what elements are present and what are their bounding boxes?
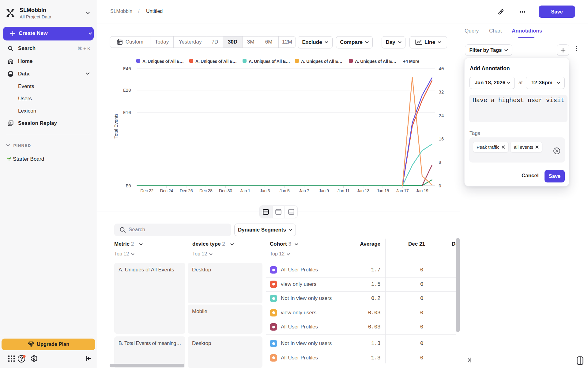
- svg-text:Jan 13: Jan 13: [357, 188, 370, 193]
- svg-text:E0: E0: [126, 184, 131, 189]
- svg-text:40: 40: [439, 67, 444, 71]
- svg-text:Jan 11: Jan 11: [337, 188, 350, 193]
- svg-text:Jan 5: Jan 5: [280, 188, 290, 193]
- svg-text:Jan 15: Jan 15: [377, 188, 389, 193]
- svg-text:Jan 19: Jan 19: [416, 188, 428, 193]
- svg-text:Jan 9: Jan 9: [319, 188, 329, 193]
- svg-text:Jan 7: Jan 7: [299, 188, 309, 193]
- svg-text:Total Events: Total Events: [113, 113, 119, 139]
- svg-text:Jan 3: Jan 3: [260, 188, 270, 193]
- svg-text:E10: E10: [123, 110, 131, 115]
- svg-text:0: 0: [439, 184, 441, 189]
- svg-text:16: 16: [439, 137, 444, 142]
- svg-text:Dec 30: Dec 30: [219, 188, 232, 193]
- svg-text:Jan 17: Jan 17: [396, 188, 409, 193]
- svg-text:E20: E20: [123, 88, 131, 93]
- svg-text:32: 32: [439, 90, 444, 95]
- svg-text:Dec 26: Dec 26: [180, 188, 193, 193]
- svg-text:Dec 28: Dec 28: [199, 188, 213, 193]
- svg-text:Jan 1: Jan 1: [240, 188, 250, 193]
- svg-text:E40: E40: [123, 67, 131, 71]
- svg-text:24: 24: [439, 113, 444, 118]
- svg-text:Dec 22: Dec 22: [140, 188, 153, 193]
- svg-text:8: 8: [439, 160, 441, 165]
- svg-text:Dec 24: Dec 24: [160, 188, 173, 193]
